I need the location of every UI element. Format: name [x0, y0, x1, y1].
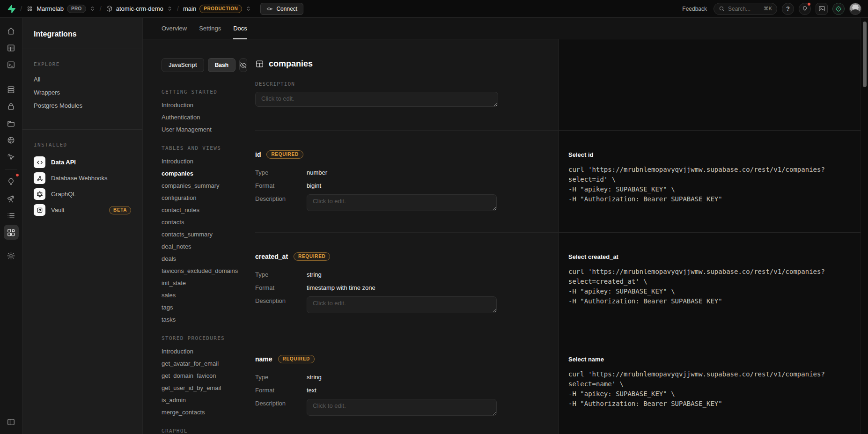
- org-switcher-chevron-icon[interactable]: [89, 6, 96, 12]
- field-description-input[interactable]: [307, 296, 497, 313]
- rail-database-icon[interactable]: [4, 82, 19, 97]
- scrollbar-thumb[interactable]: [863, 22, 867, 87]
- assistant-diamond-icon: [835, 6, 842, 12]
- tab-settings[interactable]: Settings: [199, 18, 221, 39]
- language-javascript-button[interactable]: JavaScript: [162, 58, 204, 72]
- nav-item-tasks[interactable]: tasks: [162, 316, 244, 323]
- type-value: string: [307, 270, 322, 278]
- nav-item-get-avatar-for-email[interactable]: get_avatar_for_email: [162, 360, 244, 367]
- nav-item-merge-contacts[interactable]: merge_contacts: [162, 409, 244, 416]
- assistant-button[interactable]: [832, 3, 845, 15]
- sidebar-item-all[interactable]: All: [34, 76, 131, 83]
- plug-icon: [266, 6, 273, 12]
- user-avatar[interactable]: [849, 3, 861, 15]
- nav-section-getting-started: GETTING STARTED Introduction Authenticat…: [162, 89, 244, 133]
- feedback-link[interactable]: Feedback: [682, 6, 707, 12]
- notifications-button[interactable]: [799, 3, 811, 15]
- breadcrumb-organization[interactable]: Marmelab PRO: [26, 5, 95, 13]
- required-badge: REQUIRED: [266, 150, 303, 159]
- supabase-logo-icon[interactable]: [6, 4, 16, 14]
- rail-integrations-icon[interactable]: [4, 225, 19, 240]
- help-button[interactable]: ?: [782, 3, 794, 15]
- vault-beta-badge: BETA: [109, 206, 131, 214]
- nav-item-get-user-id-by-email[interactable]: get_user_id_by_email: [162, 384, 244, 391]
- entity-name: companies: [269, 59, 313, 69]
- rail-storage-icon[interactable]: [4, 116, 19, 131]
- type-value: number: [307, 168, 327, 176]
- rail-auth-icon[interactable]: [4, 99, 19, 114]
- code-panel-top: [559, 39, 861, 130]
- format-label: Format: [255, 386, 307, 394]
- nav-item-introduction[interactable]: Introduction: [162, 102, 244, 109]
- data-api-icon: [34, 156, 45, 168]
- nav-item-get-domain-favicon[interactable]: get_domain_favicon: [162, 372, 244, 379]
- sidebar-item-wrappers[interactable]: Wrappers: [34, 89, 131, 96]
- nav-item-favicons-excluded-domains[interactable]: favicons_excluded_domains: [162, 267, 244, 274]
- connect-button[interactable]: Connect: [260, 3, 303, 15]
- field-name: name: [255, 355, 272, 363]
- toggle-keys-button[interactable]: [239, 58, 247, 72]
- navigation-rail: [0, 18, 22, 434]
- rail-settings-icon[interactable]: [4, 248, 19, 263]
- nav-item-tags[interactable]: tags: [162, 304, 244, 311]
- app-window: / Marmelab PRO / atomic-crm-demo / main: [0, 0, 868, 434]
- rail-reports-icon[interactable]: [4, 191, 19, 206]
- org-plan-badge: PRO: [67, 5, 86, 13]
- field-description-input[interactable]: [307, 399, 497, 416]
- format-value: text: [307, 386, 316, 394]
- nav-item-companies-summary[interactable]: companies_summary: [162, 182, 244, 189]
- rail-logs-icon[interactable]: [4, 208, 19, 223]
- sidebar-item-graphql[interactable]: GraphQL: [34, 188, 131, 200]
- explore-section-label: EXPLORE: [34, 61, 131, 67]
- sidebar-item-postgres-modules[interactable]: Postgres Modules: [34, 102, 131, 109]
- nav-item-tables-introduction[interactable]: Introduction: [162, 158, 244, 165]
- rail-home-icon[interactable]: [4, 23, 19, 38]
- snippet-title: Select id: [568, 151, 849, 158]
- sidebar-item-data-api[interactable]: Data API: [34, 156, 131, 168]
- nav-item-init-state[interactable]: init_state: [162, 280, 244, 287]
- nav-item-configuration[interactable]: configuration: [162, 194, 244, 201]
- section-field-name: name REQUIRED Typestring Formattext Desc…: [255, 335, 861, 434]
- collapse-sidebar-icon[interactable]: [4, 414, 19, 429]
- breadcrumb-project[interactable]: atomic-crm-demo: [106, 5, 173, 12]
- branch-switcher-chevron-icon[interactable]: [245, 6, 251, 12]
- explore-section: EXPLORE All Wrappers Postgres Modules: [22, 49, 142, 130]
- nav-item-user-management[interactable]: User Management: [162, 126, 244, 133]
- nav-item-sales[interactable]: sales: [162, 292, 244, 299]
- terminal-button[interactable]: [816, 3, 828, 15]
- nav-section-stored-procedures: STORED PROCEDURES Introduction get_avata…: [162, 335, 244, 416]
- description-row-label: Description: [255, 399, 307, 407]
- nav-item-contact-notes[interactable]: contact_notes: [162, 206, 244, 213]
- rail-sql-editor-icon[interactable]: [4, 57, 19, 72]
- terminal-icon: [818, 5, 825, 12]
- nav-item-contacts[interactable]: contacts: [162, 219, 244, 226]
- field-description-input[interactable]: [307, 194, 497, 211]
- entity-description-input[interactable]: [255, 92, 498, 107]
- nav-item-deals[interactable]: deals: [162, 255, 244, 262]
- sidebar-item-database-webhooks[interactable]: Database Webhooks: [34, 172, 131, 184]
- graphql-icon: [34, 188, 45, 200]
- rail-edge-functions-icon[interactable]: [4, 132, 19, 147]
- search-input[interactable]: Search... ⌘K: [714, 3, 777, 15]
- format-label: Format: [255, 283, 307, 291]
- vault-icon: [34, 204, 45, 216]
- rail-advisors-icon[interactable]: [4, 174, 19, 189]
- rail-divider: [5, 77, 17, 77]
- nav-item-companies[interactable]: companies: [162, 170, 244, 177]
- rail-realtime-icon[interactable]: [4, 149, 19, 164]
- tab-overview[interactable]: Overview: [162, 18, 187, 39]
- tab-docs[interactable]: Docs: [233, 18, 247, 39]
- sidebar-item-vault[interactable]: Vault BETA: [34, 204, 131, 216]
- nav-item-procedures-introduction[interactable]: Introduction: [162, 348, 244, 355]
- project-switcher-chevron-icon[interactable]: [167, 6, 173, 12]
- rail-table-editor-icon[interactable]: [4, 40, 19, 55]
- vertical-scrollbar[interactable]: [861, 18, 868, 434]
- breadcrumb-branch[interactable]: main PRODUCTION: [183, 5, 251, 13]
- nav-item-is-admin[interactable]: is_admin: [162, 397, 244, 404]
- nav-item-authentication[interactable]: Authentication: [162, 114, 244, 121]
- top-header: / Marmelab PRO / atomic-crm-demo / main: [0, 0, 868, 18]
- nav-item-deal-notes[interactable]: deal_notes: [162, 243, 244, 250]
- language-bash-button[interactable]: Bash: [208, 58, 235, 72]
- eye-off-icon: [240, 62, 247, 69]
- nav-item-contacts-summary[interactable]: contacts_summary: [162, 231, 244, 238]
